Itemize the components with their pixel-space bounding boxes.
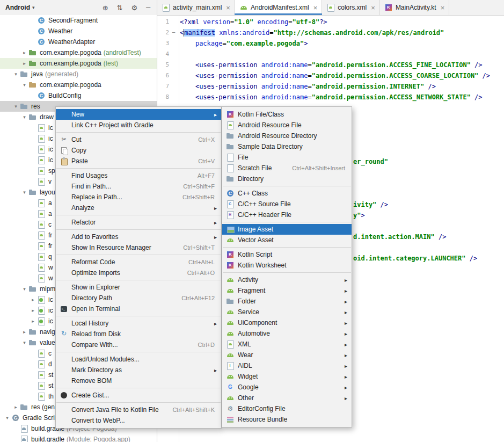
fold-marker-icon[interactable]: [169, 70, 178, 81]
line-number: 3: [157, 38, 169, 49]
expand-arrow-icon[interactable]: ▸: [29, 297, 37, 302]
menu-item-directory[interactable]: Directory: [222, 173, 352, 184]
menu-item-create-gist[interactable]: Create Gist...: [56, 390, 221, 401]
menu-item-kotlin-script[interactable]: Kotlin Script: [222, 249, 352, 260]
fold-marker-icon[interactable]: [169, 17, 178, 27]
collapse-all-icon[interactable]: ⇅: [117, 4, 123, 11]
menu-item-link-c-project-with-gradle[interactable]: Link C++ Project with Gradle: [56, 120, 221, 131]
tab-colors-xml[interactable]: colors.xml ×: [322, 0, 380, 15]
menu-item-automotive[interactable]: Automotive ▸: [222, 328, 352, 339]
settings-gear-icon[interactable]: ⚙: [132, 4, 138, 11]
tree-item-com-example-pogoda[interactable]: ▾ com.example.pogoda: [0, 79, 157, 90]
menu-item-convert-java-file-to-kotlin-file[interactable]: Convert Java File to Kotlin File Ctrl+Al…: [56, 404, 221, 415]
menu-item-add-to-favorites[interactable]: Add to Favorites ▸: [56, 231, 221, 242]
menu-item-kotlin-worksheet[interactable]: Kotlin Worksheet: [222, 260, 352, 271]
menu-item-image-asset[interactable]: Image Asset: [222, 224, 352, 235]
menu-item-c-class[interactable]: C++ Class: [222, 188, 352, 199]
menu-item-c-c-source-file[interactable]: C/C++ Source File: [222, 199, 352, 209]
menu-item-folder[interactable]: Folder ▸: [222, 296, 352, 307]
expand-arrow-icon[interactable]: ▾: [20, 82, 28, 88]
expand-arrow-icon[interactable]: ▸: [29, 318, 37, 324]
menu-item-show-in-explorer[interactable]: Show in Explorer: [56, 282, 221, 293]
menu-item-refactor[interactable]: Refactor ▸: [56, 217, 221, 228]
tree-item-buildconfig[interactable]: BuildConfig: [0, 90, 157, 101]
menu-item-android-resource-file[interactable]: Android Resource File: [222, 120, 352, 131]
menu-item-local-history[interactable]: Local History ▸: [56, 318, 221, 329]
menu-item-show-in-resource-manager[interactable]: Show In Resource Manager Ctrl+Shift+T: [56, 242, 221, 253]
tab-androidmanifest-xml[interactable]: AndroidManifest.xml ×: [235, 0, 322, 15]
expand-arrow-icon[interactable]: ▸: [12, 404, 20, 410]
menu-item-optimize-imports[interactable]: Optimize Imports Ctrl+Alt+O: [56, 267, 221, 278]
close-icon[interactable]: ×: [226, 4, 230, 11]
menu-item-load-unload-modules[interactable]: Load/Unload Modules...: [56, 354, 221, 365]
menu-item-resource-bundle[interactable]: Resource Bundle: [222, 414, 352, 425]
menu-item-vector-asset[interactable]: Vector Asset: [222, 235, 352, 245]
menu-item-reformat-code[interactable]: Reformat Code Ctrl+Alt+L: [56, 257, 221, 267]
menu-item-sample-data-directory[interactable]: Sample Data Directory: [222, 141, 352, 152]
menu-item-analyze[interactable]: Analyze ▸: [56, 202, 221, 213]
tree-item-weatheradapter[interactable]: WeatherAdapter: [0, 37, 157, 47]
locate-file-icon[interactable]: ⊕: [103, 4, 108, 11]
tree-item-weather[interactable]: Weather: [0, 26, 157, 37]
expand-arrow-icon[interactable]: ▸: [20, 50, 28, 55]
fold-marker-icon[interactable]: [169, 81, 178, 92]
menu-item-widget[interactable]: Widget ▸: [222, 371, 352, 382]
menu-item-editorconfig-file[interactable]: EditorConfig File: [222, 403, 352, 414]
fold-marker-icon[interactable]: [169, 60, 178, 70]
expand-arrow-icon[interactable]: ▸: [29, 308, 37, 313]
menu-item-aidl[interactable]: AIDL ▸: [222, 360, 352, 371]
menu-item-file[interactable]: File: [222, 152, 352, 163]
menu-item-cut[interactable]: Cut Ctrl+X: [56, 134, 221, 145]
tree-item-com-example-pogoda-test[interactable]: ▸ com.example.pogoda (test): [0, 58, 157, 69]
menu-item-wear[interactable]: Wear ▸: [222, 350, 352, 360]
expand-arrow-icon[interactable]: ▾: [20, 340, 28, 345]
expand-arrow-icon[interactable]: ▾: [3, 415, 11, 421]
close-icon[interactable]: ×: [441, 4, 445, 11]
menu-item-remove-bom[interactable]: Remove BOM: [56, 375, 221, 386]
menu-item-paste[interactable]: Paste Ctrl+V: [56, 156, 221, 166]
hide-panel-icon[interactable]: ─: [146, 4, 150, 11]
menu-item-fragment[interactable]: Fragment ▸: [222, 285, 352, 296]
tree-item-java-generated[interactable]: ▾ java (generated): [0, 69, 157, 79]
fold-marker-icon[interactable]: [169, 92, 178, 103]
close-icon[interactable]: ×: [371, 4, 375, 11]
tree-item-secondfragment[interactable]: SecondFragment: [0, 15, 157, 26]
menu-item-c-c-header-file[interactable]: C/C++ Header File: [222, 209, 352, 220]
expand-arrow-icon[interactable]: ▸: [20, 329, 28, 335]
fold-marker-icon[interactable]: [169, 49, 178, 60]
menu-item-copy[interactable]: Copy: [56, 145, 221, 156]
menu-item-open-in-terminal[interactable]: Open in Terminal: [56, 303, 221, 314]
expand-arrow-icon[interactable]: ▾: [20, 114, 28, 120]
menu-item-new[interactable]: New ▸: [56, 109, 221, 120]
menu-item-convert-to-webp[interactable]: Convert to WebP...: [56, 415, 221, 426]
tab-activity-main-xml[interactable]: activity_main.xml ×: [157, 0, 235, 15]
expand-arrow-icon[interactable]: ▾: [12, 71, 20, 77]
tree-item-com-example-pogoda-androidtest[interactable]: ▸ com.example.pogoda (androidTest): [0, 47, 157, 58]
menu-item-scratch-file[interactable]: Scratch File Ctrl+Alt+Shift+Insert: [222, 163, 352, 173]
menu-item-google[interactable]: Google ▸: [222, 382, 352, 393]
menu-item-service[interactable]: Service ▸: [222, 307, 352, 317]
menu-item-reload-from-disk[interactable]: Reload from Disk: [56, 329, 221, 339]
expand-arrow-icon[interactable]: ▾: [20, 190, 28, 195]
menu-item-find-in-path[interactable]: Find in Path... Ctrl+Shift+F: [56, 181, 221, 192]
menu-item-uicomponent[interactable]: UiComponent ▸: [222, 317, 352, 328]
close-icon[interactable]: ×: [313, 4, 318, 11]
menu-item-xml[interactable]: XML ▸: [222, 339, 352, 350]
menu-item-mark-directory-as[interactable]: Mark Directory as ▸: [56, 365, 221, 375]
fold-marker-icon[interactable]: −: [169, 27, 178, 38]
expand-arrow-icon[interactable]: ▾: [12, 104, 20, 109]
expand-arrow-icon[interactable]: ▾: [20, 286, 28, 292]
tab-mainactivity-kt[interactable]: MainActivity.kt ×: [380, 0, 449, 15]
tree-item-build-gradle-module-pogoda-app[interactable]: build.gradle (Module: Pogoda.app): [0, 434, 157, 442]
menu-item-directory-path[interactable]: Directory Path Ctrl+Alt+F12: [56, 293, 221, 303]
menu-item-kotlin-file-class[interactable]: Kotlin File/Class: [222, 109, 352, 120]
menu-item-android-resource-directory[interactable]: Android Resource Directory: [222, 131, 352, 141]
menu-item-activity[interactable]: Activity ▸: [222, 274, 352, 285]
expand-arrow-icon[interactable]: ▸: [20, 61, 28, 66]
menu-item-replace-in-path[interactable]: Replace in Path... Ctrl+Shift+R: [56, 192, 221, 202]
menu-item-compare-with[interactable]: Compare With... Ctrl+D: [56, 339, 221, 350]
project-view-selector[interactable]: Android ▾: [5, 4, 35, 11]
menu-item-other[interactable]: Other ▸: [222, 393, 352, 403]
fold-marker-icon[interactable]: [169, 38, 178, 49]
menu-item-find-usages[interactable]: Find Usages Alt+F7: [56, 170, 221, 181]
